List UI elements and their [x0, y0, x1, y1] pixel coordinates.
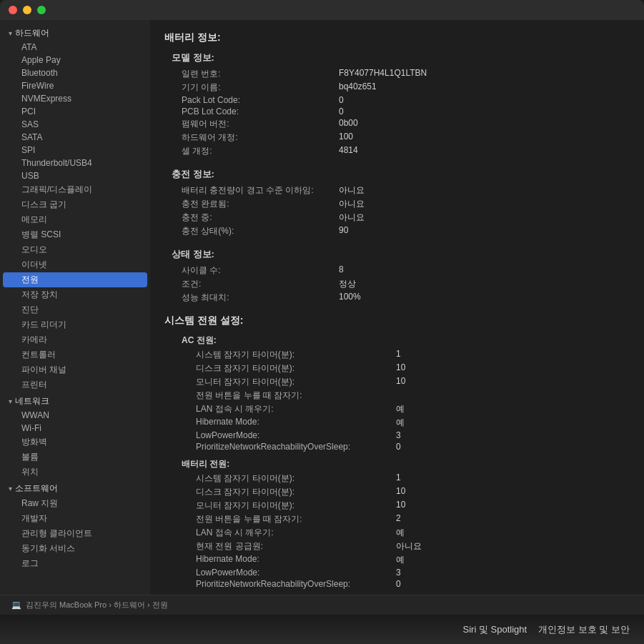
sidebar-item-wwan[interactable]: WWAN — [0, 409, 150, 422]
ac-monitor-sleep-value: 10 — [396, 376, 405, 388]
sidebar-item-managed-client[interactable]: 관리형 클라이언트 — [0, 526, 150, 541]
expand-arrow-hardware: ▾ — [9, 29, 12, 37]
sidebar-item-wifi[interactable]: Wi-Fi — [0, 422, 150, 435]
sidebar-item-camera[interactable]: 카메라 — [0, 332, 150, 347]
sidebar-item-graphics[interactable]: 그래픽/디스플레이 — [0, 182, 150, 197]
bat-hibernate-value: 예 — [396, 554, 405, 566]
model-serial-row: 일련 번호: F8Y4077H4L1Q1LTBN — [164, 67, 630, 81]
sidebar-item-ata[interactable]: ATA — [0, 41, 150, 54]
model-pcb-lot-value: 0 — [339, 106, 344, 117]
status-max-perf-row: 성능 최대치: 100% — [164, 291, 630, 304]
ac-power-btn-label: 전원 버튼을 누를 때 잠자기: — [196, 390, 396, 402]
sidebar-item-pci[interactable]: PCI — [0, 105, 150, 118]
ac-disk-sleep-label: 디스크 잠자기 타이머(분): — [196, 362, 396, 375]
sidebar-item-firewire[interactable]: FireWire — [0, 79, 150, 92]
bat-hibernate-row: Hibernate Mode: 예 — [172, 553, 630, 567]
ac-lan-wake-label: LAN 접속 시 깨우기: — [196, 403, 396, 415]
sidebar-group-hardware-label: 하드웨어 — [15, 27, 49, 39]
sidebar-item-storage[interactable]: 저장 장치 — [0, 287, 150, 302]
sidebar-section-network: ▾ 네트워크 WWAN Wi-Fi 방화벽 볼륨 위치 — [0, 394, 150, 480]
status-condition-value: 정상 — [339, 278, 356, 290]
model-pack-lot-label: Pack Lot Code: — [182, 95, 339, 105]
main-panel: 배터리 정보: 모델 정보: 일련 번호: F8Y4077H4L1Q1LTBN … — [150, 20, 644, 615]
sidebar-group-software-label: 소프트웨어 — [15, 482, 58, 495]
model-pcb-lot-row: PCB Lot Code: 0 — [164, 106, 630, 117]
status-condition-label: 조건: — [182, 278, 339, 290]
model-cell-rev-value: 4814 — [339, 145, 358, 157]
sidebar: ▾ 하드웨어 ATA Apple Pay Bluetooth FireWire … — [0, 20, 150, 615]
bat-disk-sleep-value: 10 — [396, 486, 405, 498]
expand-arrow-software: ▾ — [9, 485, 12, 492]
bottom-area: Siri 및 Spotlight 개인정보 보호 및 보안 — [0, 615, 644, 644]
sidebar-item-sync-services[interactable]: 동기화 서비스 — [0, 541, 150, 556]
status-max-perf-label: 성능 최대치: — [182, 292, 339, 304]
sidebar-item-thunderbolt[interactable]: Thunderbolt/USB4 — [0, 157, 150, 169]
bat-disk-sleep-label: 디스크 잠자기 타이머(분): — [196, 486, 396, 498]
sidebar-item-bluetooth[interactable]: Bluetooth — [0, 66, 150, 79]
sidebar-item-nvmexpress[interactable]: NVMExpress — [0, 92, 150, 105]
model-hardware-rev-value: 100 — [339, 132, 353, 144]
bat-lowpower-row: LowPowerMode: 3 — [172, 567, 630, 578]
sidebar-item-ethernet[interactable]: 이더넷 — [0, 257, 150, 272]
model-cell-rev-row: 셀 개정: 4814 — [164, 144, 630, 158]
bat-system-sleep-label: 시스템 잠자기 타이머(분): — [196, 472, 396, 485]
sidebar-item-fiber-channel[interactable]: 파이버 채널 — [0, 362, 150, 377]
model-name-row: 기기 이름: bq40z651 — [164, 81, 630, 94]
sidebar-item-controller[interactable]: 컨트롤러 — [0, 347, 150, 362]
charge-complete-row: 충전 완료됨: 아니요 — [164, 197, 630, 211]
model-serial-label: 일련 번호: — [182, 68, 339, 80]
ac-lowpower-label: LowPowerMode: — [196, 430, 396, 440]
sidebar-item-raw-support[interactable]: Raw 지원 — [0, 496, 150, 511]
sidebar-item-log[interactable]: 로그 — [0, 556, 150, 571]
sidebar-item-apple-pay[interactable]: Apple Pay — [0, 54, 150, 66]
sidebar-item-developer[interactable]: 개발자 — [0, 511, 150, 526]
status-condition-row: 조건: 정상 — [164, 277, 630, 291]
sidebar-item-parallel-scsi[interactable]: 병렬 SCSI — [0, 227, 150, 242]
sidebar-item-spi[interactable]: SPI — [0, 144, 150, 157]
charge-percent-label: 충전 상태(%): — [182, 225, 339, 237]
sidebar-section-software: ▾ 소프트웨어 Raw 지원 개발자 관리형 클라이언트 동기화 서비스 로그 — [0, 481, 150, 571]
sidebar-item-memory[interactable]: 메모리 — [0, 212, 150, 227]
battery-power-title: 배터리 전원: — [182, 458, 630, 470]
sidebar-group-software[interactable]: ▾ 소프트웨어 — [0, 481, 150, 496]
sidebar-item-printer[interactable]: 프린터 — [0, 377, 150, 392]
model-name-label: 기기 이름: — [182, 81, 339, 94]
maximize-button[interactable] — [37, 6, 46, 14]
siri-spotlight-menu-item[interactable]: Siri 및 Spotlight — [463, 623, 527, 636]
ac-prioritize-row: PrioritizeNetworkReachabilityOverSleep: … — [172, 441, 630, 452]
sidebar-item-card-reader[interactable]: 카드 리더기 — [0, 317, 150, 332]
sidebar-item-diagnosis[interactable]: 진단 — [0, 302, 150, 317]
ac-monitor-sleep-label: 모니터 잠자기 타이머(분): — [196, 376, 396, 388]
privacy-security-menu-item[interactable]: 개인정보 보호 및 보안 — [538, 623, 630, 636]
sidebar-item-disk-burning[interactable]: 디스크 굽기 — [0, 197, 150, 212]
sidebar-item-firewall[interactable]: 방화벽 — [0, 435, 150, 450]
sidebar-item-sata[interactable]: SATA — [0, 131, 150, 144]
sidebar-item-location[interactable]: 위치 — [0, 465, 150, 480]
bat-system-sleep-value: 1 — [396, 472, 401, 485]
sidebar-item-volumes[interactable]: 볼륨 — [0, 450, 150, 465]
charging-value: 아니요 — [339, 212, 365, 224]
sidebar-item-power[interactable]: 전원 — [3, 272, 147, 287]
model-pack-lot-value: 0 — [339, 95, 344, 105]
sidebar-section-hardware: ▾ 하드웨어 ATA Apple Pay Bluetooth FireWire … — [0, 26, 150, 392]
bat-monitor-sleep-row: 모니터 잠자기 타이머(분): 10 — [172, 499, 630, 512]
close-button[interactable] — [9, 6, 17, 14]
ac-hibernate-label: Hibernate Mode: — [196, 417, 396, 429]
system-info-window: ▾ 하드웨어 ATA Apple Pay Bluetooth FireWire … — [0, 0, 644, 615]
sidebar-group-network[interactable]: ▾ 네트워크 — [0, 394, 150, 409]
status-cycle-row: 사이클 수: 8 — [164, 264, 630, 277]
ac-prioritize-value: 0 — [396, 442, 401, 452]
charge-info-title: 충전 정보: — [172, 168, 630, 181]
model-name-value: bq40z651 — [339, 81, 377, 94]
macbook-icon: 💻 — [11, 600, 21, 610]
sidebar-group-hardware[interactable]: ▾ 하드웨어 — [0, 26, 150, 41]
bat-disk-sleep-row: 디스크 잠자기 타이머(분): 10 — [172, 485, 630, 499]
sidebar-item-sas[interactable]: SAS — [0, 118, 150, 131]
sidebar-item-usb[interactable]: USB — [0, 169, 150, 182]
model-info-block: 모델 정보: 일련 번호: F8Y4077H4L1Q1LTBN 기기 이름: b… — [164, 51, 630, 158]
system-power-title: 시스템 전원 설정: — [164, 314, 630, 327]
sidebar-item-audio[interactable]: 오디오 — [0, 242, 150, 257]
bat-current-source-label: 현재 전원 공급원: — [196, 540, 396, 553]
minimize-button[interactable] — [23, 6, 31, 14]
ac-hibernate-row: Hibernate Mode: 예 — [172, 416, 630, 430]
